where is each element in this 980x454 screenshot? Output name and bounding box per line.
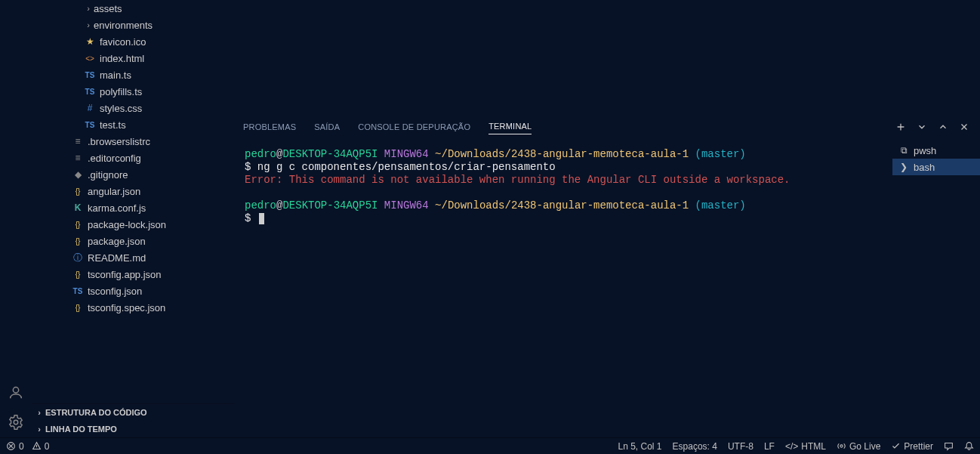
tree-file[interactable]: Kkarma.conf.js [32, 199, 234, 216]
tree-folder[interactable]: ›assets [32, 0, 234, 17]
tree-item-label: README.md [88, 252, 146, 264]
file-icon: {} [71, 237, 85, 246]
tree-item-label: main.ts [100, 69, 131, 81]
tree-folder[interactable]: ›environments [32, 17, 234, 33]
tree-file[interactable]: <>index.html [32, 50, 234, 66]
tree-file[interactable]: TStsconfig.json [32, 283, 234, 299]
tree-item-label: package-lock.json [88, 219, 166, 230]
file-icon: ⓘ [71, 252, 85, 264]
terminal-error: Error: This command is not available whe… [245, 174, 790, 186]
chevron-down-icon[interactable] [915, 120, 929, 134]
tree-file[interactable]: {}tsconfig.app.json [32, 266, 234, 283]
file-icon: TS [83, 71, 97, 79]
svg-point-1 [14, 420, 18, 425]
tree-item-label: assets [94, 3, 122, 14]
terminal-branch: (master) [689, 148, 746, 160]
status-eol[interactable]: LF [764, 441, 775, 452]
tab-output[interactable]: SAÍDA [314, 119, 340, 134]
terminal-path: ~/Downloads/2438-angular-memoteca-aula-1 [435, 148, 689, 160]
tree-item-label: .gitignore [88, 169, 128, 181]
tree-file[interactable]: ★favicon.ico [32, 33, 234, 50]
tab-debug-console[interactable]: CONSOLE DE DEPURAÇÃO [358, 119, 470, 134]
file-icon: TS [83, 88, 97, 96]
terminal-env: MINGW64 [378, 148, 435, 160]
tree-item-label: environments [94, 20, 153, 31]
status-language[interactable]: </> HTML [785, 441, 826, 452]
activity-bar [0, 0, 32, 437]
code-icon: </> [785, 441, 798, 452]
file-tree[interactable]: ›assets›environments★favicon.ico<>index.… [32, 0, 234, 403]
tree-file[interactable]: {}tsconfig.spec.json [32, 299, 234, 316]
terminal-command: $ ng g c componentes/pensamentos/criar-p… [245, 161, 556, 173]
tree-file[interactable]: ≡.editorconfig [32, 150, 234, 166]
file-icon: {} [71, 270, 85, 279]
svg-point-0 [13, 388, 18, 393]
file-icon: K [71, 202, 85, 213]
file-icon: {} [71, 221, 85, 229]
tree-file[interactable]: {}package.json [32, 233, 234, 249]
chevron-right-icon: › [83, 4, 94, 13]
file-icon: ★ [83, 36, 97, 47]
accounts-icon[interactable] [7, 383, 25, 401]
tree-file[interactable]: #styles.css [32, 100, 234, 116]
file-icon: {} [71, 187, 85, 196]
tree-file[interactable]: ⓘREADME.md [32, 249, 234, 266]
file-icon: # [83, 103, 97, 113]
tree-item-label: tsconfig.app.json [88, 269, 162, 280]
terminal-session-pwsh[interactable]: ⧉ pwsh [892, 142, 980, 159]
tree-item-label: tsconfig.spec.json [88, 302, 165, 313]
terminal-output[interactable]: pedro@DESKTOP-34AQP5I MINGW64 ~/Download… [234, 137, 892, 437]
tree-file[interactable]: {}package-lock.json [32, 216, 234, 233]
terminal-icon: ❯ [898, 162, 909, 172]
status-indentation[interactable]: Espaços: 4 [673, 441, 717, 452]
chevron-up-icon[interactable] [936, 120, 950, 134]
file-icon: TS [83, 121, 97, 129]
status-warnings[interactable]: 0 [32, 441, 50, 452]
close-icon[interactable] [957, 120, 971, 134]
terminal-session-label: bash [914, 162, 935, 173]
status-errors[interactable]: 0 [6, 441, 24, 452]
terminal-user: pedro [245, 148, 276, 160]
tree-item-label: test.ts [100, 119, 126, 131]
tab-problems[interactable]: PROBLEMAS [243, 119, 296, 134]
tree-item-label: package.json [88, 236, 146, 247]
tree-item-label: angular.json [88, 186, 140, 197]
tree-item-label: favicon.ico [100, 36, 146, 48]
chevron-right-icon: › [33, 408, 45, 417]
status-lncol[interactable]: Ln 5, Col 1 [618, 441, 661, 452]
status-bell-icon[interactable] [964, 441, 974, 451]
tree-file[interactable]: TSmain.ts [32, 66, 234, 83]
file-icon: TS [71, 287, 85, 295]
terminal-session-label: pwsh [914, 145, 936, 156]
tree-item-label: tsconfig.json [88, 286, 142, 297]
new-terminal-icon[interactable] [894, 120, 908, 134]
terminal-session-bash[interactable]: ❯ bash [892, 159, 980, 175]
terminal-icon: ⧉ [898, 145, 909, 156]
explorer-sidebar: ›assets›environments★favicon.ico<>index.… [32, 0, 234, 437]
tree-file[interactable]: {}angular.json [32, 183, 234, 199]
tree-file[interactable]: ◆.gitignore [32, 166, 234, 183]
timeline-section-label: LINHA DO TEMPO [45, 425, 117, 434]
file-icon: <> [83, 54, 97, 63]
settings-gear-icon[interactable] [7, 413, 25, 431]
tree-item-label: index.html [100, 53, 144, 64]
timeline-section[interactable]: › LINHA DO TEMPO [32, 421, 234, 437]
tree-file[interactable]: TStest.ts [32, 116, 234, 133]
tree-file[interactable]: TSpolyfills.ts [32, 83, 234, 100]
status-encoding[interactable]: UTF-8 [728, 441, 753, 452]
status-feedback-icon[interactable] [944, 441, 954, 451]
status-bar: 0 0 Ln 5, Col 1 Espaços: 4 UTF-8 LF </> … [0, 437, 980, 454]
terminal-prompt: $ [245, 212, 257, 224]
file-icon: ≡ [71, 153, 85, 163]
editor-empty-area [234, 0, 980, 115]
status-prettier[interactable]: Prettier [891, 441, 933, 452]
tab-terminal[interactable]: TERMINAL [488, 119, 532, 134]
outline-section[interactable]: › ESTRUTURA DO CÓDIGO [32, 404, 234, 421]
status-golive[interactable]: Go Live [837, 441, 880, 452]
tree-file[interactable]: ≡.browserslistrc [32, 133, 234, 150]
terminal-sessions: ⧉ pwsh ❯ bash [892, 137, 980, 437]
tree-item-label: .editorconfig [88, 153, 141, 164]
tree-item-label: styles.css [100, 103, 142, 114]
svg-point-3 [840, 445, 843, 447]
tree-item-label: .browserslistrc [88, 136, 150, 147]
